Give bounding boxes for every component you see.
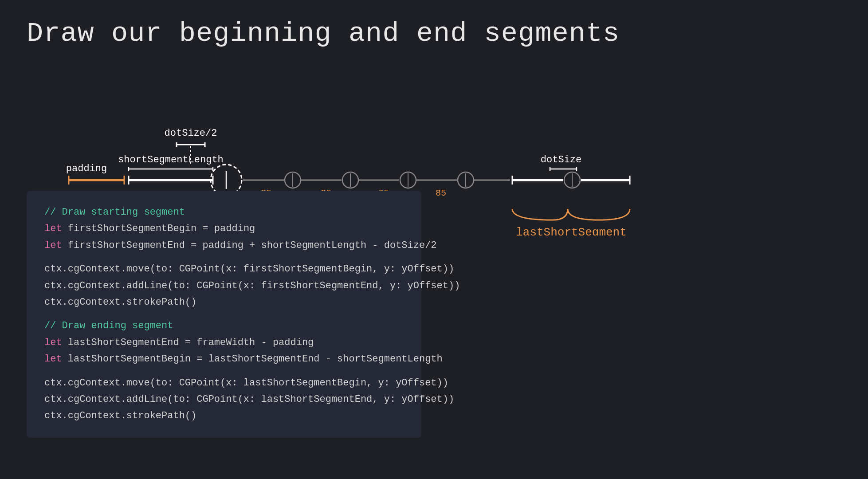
code-line-addline2: ctx.cgContext.addLine(to: CGPoint(x: las…	[44, 391, 404, 408]
code-line-move2: ctx.cgContext.move(to: CGPoint(x: lastSh…	[44, 375, 404, 391]
page-title: Draw our beginning and end segments	[0, 0, 868, 58]
code-line-let3: let lastShortSegmentEnd = frameWidth - p…	[44, 334, 404, 351]
code-line-comment2: // Draw ending segment	[44, 318, 404, 334]
code-line-let1: let firstShortSegmentBegin = padding	[44, 220, 404, 237]
code-line-stroke1: ctx.cgContext.strokePath()	[44, 294, 404, 310]
code-line-stroke2: ctx.cgContext.strokePath()	[44, 408, 404, 424]
code-line-let2: let firstShortSegmentEnd = padding + sho…	[44, 237, 404, 254]
code-line-comment1: // Draw starting segment	[44, 204, 404, 220]
code-block: // Draw starting segment let firstShortS…	[27, 191, 421, 438]
shortseglength-label: shortSegmentLength	[118, 154, 224, 165]
code-line-move1: ctx.cgContext.move(to: CGPoint(x: firstS…	[44, 261, 404, 277]
dotsize2-label: dotSize/2	[165, 128, 217, 139]
dotsize-label: dotSize	[541, 154, 581, 165]
svg-text:85: 85	[436, 188, 446, 198]
last-short-segment-label: lastShortSegment	[516, 226, 627, 236]
padding-label: padding	[66, 163, 107, 174]
code-line-addline1: ctx.cgContext.addLine(to: CGPoint(x: fir…	[44, 278, 404, 294]
code-line-let4: let lastShortSegmentBegin = lastShortSeg…	[44, 351, 404, 367]
